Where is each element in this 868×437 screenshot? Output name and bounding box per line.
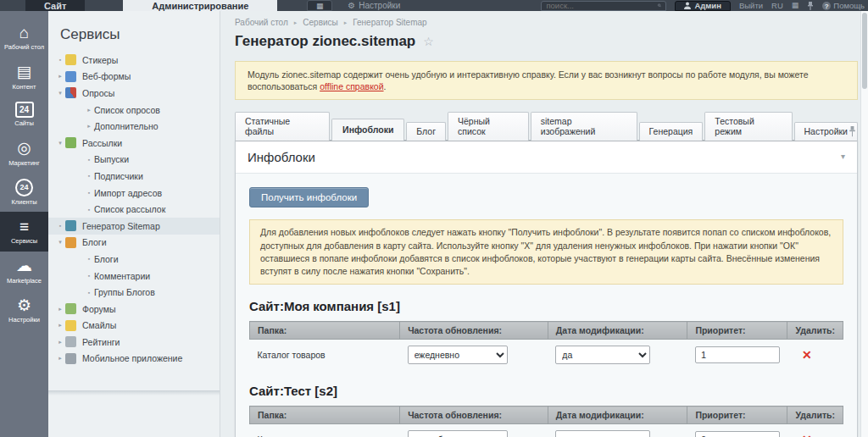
rail-item-sites[interactable]: 24 Сайты bbox=[0, 97, 48, 134]
expand-right-icon[interactable]: ▸ bbox=[84, 107, 94, 113]
delete-row-icon[interactable]: ✕ bbox=[795, 433, 812, 437]
expand-right-icon[interactable]: ▸ bbox=[55, 73, 65, 80]
pin-form-icon[interactable] bbox=[849, 126, 856, 137]
topbar-search[interactable] bbox=[541, 1, 666, 11]
menu-item-sitemap-generator[interactable]: ▪Генератор Sitemap bbox=[48, 218, 220, 235]
collapse-chevron-icon[interactable]: ▾ bbox=[841, 152, 845, 161]
expand-down-icon[interactable]: ▾ bbox=[55, 239, 65, 246]
priority-input[interactable] bbox=[695, 346, 780, 363]
col-modified: Дата модификации: bbox=[548, 407, 687, 424]
rail-label: Marketplace bbox=[7, 278, 42, 285]
tab-blacklist[interactable]: Чёрный список bbox=[448, 112, 529, 141]
menu-label: Смайлы bbox=[82, 320, 116, 330]
menu-item-ratings[interactable]: ▸Рейтинги bbox=[48, 334, 220, 351]
menu-item-blogs-group[interactable]: ▾Блоги bbox=[48, 235, 220, 252]
breadcrumb-separator-icon: ▸ bbox=[294, 19, 298, 26]
menu-item-stickers[interactable]: ▪Стикеры bbox=[48, 52, 220, 69]
sitemap-icon bbox=[65, 220, 76, 231]
rail-item-settings[interactable]: ⚙ Настройки bbox=[0, 290, 48, 330]
breadcrumb-sitemap-generator[interactable]: Генератор Sitemap bbox=[353, 18, 426, 27]
clients-icon: 24 bbox=[15, 179, 33, 196]
language-switch[interactable]: RU bbox=[771, 1, 783, 10]
infoblocks-table-s2: Папка: Частота обновления: Дата модифика… bbox=[249, 406, 843, 437]
menu-item-address-import[interactable]: ▪Импорт адресов bbox=[48, 185, 220, 202]
expand-right-icon[interactable]: ▸ bbox=[55, 355, 65, 362]
expand-down-icon[interactable]: ▾ bbox=[55, 90, 65, 97]
menu-item-blog-groups[interactable]: ▪Группы Блогов bbox=[48, 284, 220, 301]
pin-icon[interactable] bbox=[807, 2, 814, 10]
module-notice: Модуль zionec.sitemap содержит очень удо… bbox=[235, 61, 858, 100]
rail-item-marketing[interactable]: ◎ Маркетинг bbox=[0, 134, 48, 174]
expand-right-icon[interactable]: ▸ bbox=[55, 322, 65, 329]
favorite-star-icon[interactable]: ☆ bbox=[423, 35, 434, 48]
rail-item-content[interactable]: ▤ Контент bbox=[0, 58, 48, 97]
frequency-select[interactable]: не выбрано bbox=[408, 430, 508, 437]
menu-item-issues[interactable]: ▪Выпуски bbox=[48, 152, 220, 169]
help-link[interactable]: ?Помощь bbox=[822, 1, 865, 11]
rating-icon bbox=[65, 336, 76, 347]
col-modified: Дата модификации: bbox=[548, 322, 687, 340]
tab-static-files[interactable]: Статичные файлы bbox=[235, 112, 330, 141]
tab-infoblocks[interactable]: Инфоблоки bbox=[331, 119, 404, 141]
frequency-select[interactable]: ежедневно bbox=[408, 346, 508, 364]
tab-blog[interactable]: Блог bbox=[406, 122, 446, 141]
breadcrumb-services[interactable]: Сервисы bbox=[303, 18, 337, 27]
menu-item-subscribers[interactable]: ▪Подписчики bbox=[48, 168, 220, 185]
user-menu-button[interactable]: Админ bbox=[675, 1, 731, 11]
sites-icon: 24 bbox=[15, 102, 34, 118]
breadcrumb-desktop[interactable]: Рабочий стол bbox=[235, 18, 288, 27]
menu-item-additional[interactable]: ▸Дополнительно bbox=[48, 118, 220, 135]
rail-item-marketplace[interactable]: ☁ Marketplace bbox=[0, 252, 48, 291]
menu-item-polls[interactable]: ▾Опросы bbox=[48, 85, 220, 102]
pie-icon bbox=[65, 87, 76, 98]
col-priority: Приоритет: bbox=[687, 322, 787, 340]
table-row: Каталог товаров не выбрано нет ✕ bbox=[250, 424, 843, 437]
menu-item-webforms[interactable]: ▸Веб-формы bbox=[48, 69, 220, 86]
priority-input[interactable] bbox=[695, 431, 780, 437]
menu-item-mobile-app[interactable]: ▸Мобильное приложение bbox=[48, 351, 220, 368]
menu-item-forums[interactable]: ▸Форумы bbox=[48, 301, 220, 318]
instructions-box: Для добавления новых инфоблоков следует … bbox=[249, 219, 843, 285]
page-scrollbar[interactable] bbox=[860, 11, 868, 437]
modified-select[interactable]: да bbox=[555, 346, 650, 364]
rail-label: Контент bbox=[13, 84, 36, 91]
expand-down-icon[interactable]: ▾ bbox=[55, 140, 65, 147]
menu-item-smileys[interactable]: ▸Смайлы bbox=[48, 318, 220, 335]
menu-item-poll-list[interactable]: ▸Список опросов bbox=[48, 102, 220, 119]
delete-row-icon[interactable]: ✕ bbox=[795, 348, 812, 362]
bullet-icon: ▪ bbox=[84, 256, 94, 262]
content-icon: ▤ bbox=[14, 63, 36, 81]
modified-select[interactable]: нет bbox=[555, 430, 650, 437]
logout-link[interactable]: Выйти bbox=[739, 1, 763, 10]
scrollbar-thumb[interactable] bbox=[862, 13, 867, 89]
menu-item-blogs[interactable]: ▪Блоги bbox=[48, 251, 220, 268]
interface-settings[interactable]: ⚙ Настройки bbox=[348, 0, 400, 11]
user-icon bbox=[684, 2, 691, 9]
menu-label: Список опросов bbox=[94, 105, 160, 115]
rail-item-clients[interactable]: 24 Клиенты bbox=[0, 174, 48, 213]
panel-icon[interactable]: ▦ bbox=[792, 2, 799, 9]
rail-item-desktop[interactable]: ⌂ Рабочий стол bbox=[0, 18, 48, 58]
menu-item-comments[interactable]: ▪Комментарии bbox=[48, 268, 220, 285]
offline-help-link[interactable]: offline справкой bbox=[320, 81, 383, 91]
expand-right-icon[interactable]: ▸ bbox=[55, 339, 65, 346]
menu-label: Форумы bbox=[82, 304, 115, 314]
help-label: Помощь bbox=[833, 1, 865, 10]
tab-sitemap-images[interactable]: sitemap изображений bbox=[531, 112, 637, 141]
menu-item-newsletter-list[interactable]: ▪Список рассылок bbox=[48, 201, 220, 218]
tab-test-mode[interactable]: Тестовый режим bbox=[704, 112, 792, 141]
tab-generation[interactable]: Генерация bbox=[639, 122, 704, 141]
get-infoblocks-button[interactable]: Получить инфоблоки bbox=[249, 187, 369, 207]
search-input[interactable] bbox=[546, 1, 658, 10]
home-icon: ⌂ bbox=[14, 23, 36, 41]
rail-item-services[interactable]: ≡ Сервисы bbox=[0, 212, 48, 252]
menu-item-newsletters[interactable]: ▾Рассылки bbox=[48, 135, 220, 152]
expand-right-icon[interactable]: ▸ bbox=[55, 306, 65, 313]
expand-right-icon[interactable]: ▸ bbox=[84, 123, 94, 130]
menu-label: Группы Блогов bbox=[94, 287, 155, 297]
panel-menu-button[interactable]: ▦ bbox=[307, 0, 332, 11]
administration-tab[interactable]: Администрирование bbox=[123, 0, 277, 11]
col-frequency: Частота обновления: bbox=[400, 407, 548, 424]
site-tab[interactable]: Сайт bbox=[25, 0, 85, 11]
breadcrumb: Рабочий стол ▸ Сервисы ▸ Генератор Sitem… bbox=[235, 18, 858, 27]
